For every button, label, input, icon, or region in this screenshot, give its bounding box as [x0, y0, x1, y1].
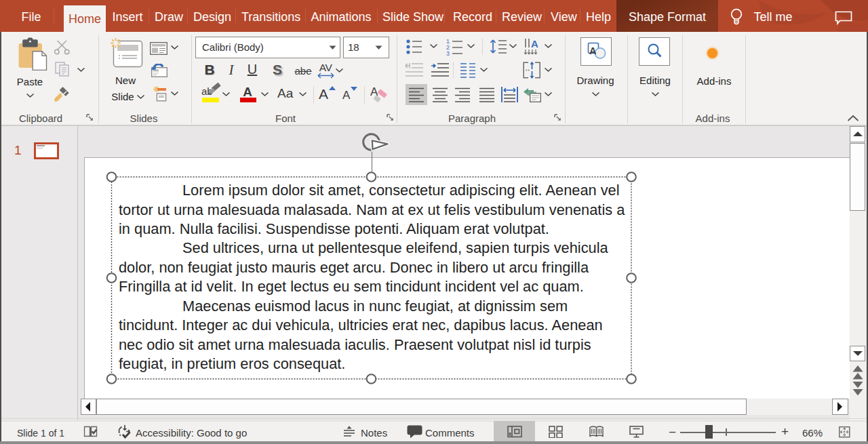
svg-text:A: A [531, 38, 538, 49]
svg-text:A: A [589, 45, 597, 56]
svg-text:3: 3 [446, 50, 450, 57]
